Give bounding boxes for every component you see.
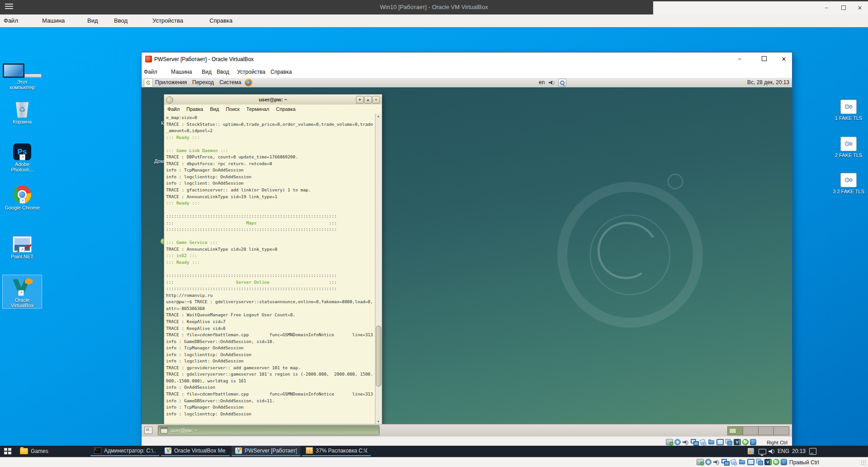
desktop-icon-chrome[interactable]: ↗Google Chrome	[3, 183, 42, 210]
recording-icon[interactable]	[734, 439, 741, 445]
vm-menubar: ФайлМашинаВидВводУстройстваСправка	[142, 66, 792, 78]
debian-menu-icon[interactable]	[144, 78, 153, 87]
scroll-up-icon[interactable]: ▲	[375, 114, 381, 119]
windows-icon[interactable]	[756, 459, 763, 465]
windows-icon[interactable]	[725, 439, 732, 445]
clock[interactable]: 20:13	[792, 446, 806, 457]
show-desktop-icon[interactable]	[144, 427, 152, 434]
terminal-maximize-button[interactable]: ▴	[364, 96, 372, 104]
gnome-menu-3[interactable]: Система	[219, 78, 241, 87]
vm-menu-1[interactable]: Файл	[144, 66, 157, 78]
host-minimize-button[interactable]: −	[820, 3, 833, 13]
terminal-menu-5[interactable]: Терминал	[247, 106, 270, 112]
taskbar-button-4[interactable]: VPWServer [Работает] ...	[232, 446, 300, 456]
resize-grip[interactable]	[861, 460, 866, 466]
desktop-icon-virtualbox[interactable]: ↗Oracle VirtualBox	[3, 275, 42, 308]
scrollbar-thumb[interactable]	[376, 326, 381, 386]
volume-icon[interactable]	[549, 80, 555, 86]
keyboard-capture-icon[interactable]	[781, 459, 787, 465]
keyboard-capture-icon[interactable]	[750, 439, 756, 445]
vm-close-button[interactable]: ✕	[778, 53, 790, 65]
terminal-menu-4[interactable]: Поиск	[226, 106, 239, 112]
shared-folder-icon[interactable]	[739, 459, 746, 465]
host-menu-1[interactable]: Файл	[4, 14, 18, 27]
host-maximize-button[interactable]	[837, 3, 850, 13]
desktop-icon-fake-tls[interactable]: ⚙⚙1 FAKE TLS	[829, 93, 868, 121]
terminal-minimize-button[interactable]: ▾	[356, 96, 364, 104]
hdd-icon[interactable]	[697, 459, 704, 465]
network-icon[interactable]	[691, 439, 698, 445]
host-menu-6[interactable]: Справка	[209, 14, 232, 27]
desktop-icon-computer[interactable]: Этот компьютер	[3, 57, 42, 90]
usb-icon[interactable]	[699, 439, 707, 445]
taskbar-button-3[interactable]: VOracle VirtualBox Ме...	[161, 446, 230, 456]
audio-icon[interactable]	[713, 459, 720, 465]
host-close-button[interactable]: ✕	[853, 3, 867, 13]
audio-icon[interactable]	[682, 439, 689, 445]
network-tray-icon[interactable]	[759, 449, 766, 454]
desktop-icon-photoshop[interactable]: Ps↗Adobe Photosh...	[3, 139, 42, 172]
mouse-integration-icon[interactable]	[773, 459, 779, 465]
linux-desktop-icon-label[interactable]: Дом	[154, 158, 164, 164]
desktop-icon-fake-tls[interactable]: ⚙⚙2 FAKE TLS	[829, 130, 868, 158]
workspace-4[interactable]	[773, 426, 789, 435]
vm-menu-6[interactable]: Справка	[270, 66, 292, 78]
terminal-scrollbar[interactable]: ▲ ▼	[375, 114, 381, 424]
cd-icon[interactable]	[674, 439, 681, 445]
workspace-2[interactable]	[743, 426, 759, 435]
start-button[interactable]	[4, 448, 11, 455]
workspace-3[interactable]	[758, 426, 774, 435]
taskbar-button-1[interactable]: Games	[16, 446, 84, 456]
linux-desktop[interactable]: К Дом user@pw: ~ ▾ ▴ × ФайлПравкаВидПоис…	[142, 87, 792, 424]
mouse-integration-icon[interactable]	[742, 439, 749, 445]
gnome-menu-1[interactable]: Приложения	[155, 78, 187, 87]
host-titlebar[interactable]: Win10 [Работает] - Oracle VM VirtualBox …	[0, 0, 868, 14]
host-menu-4[interactable]: Ввод	[114, 14, 128, 27]
recording-icon[interactable]	[764, 459, 772, 465]
vm-menu-5[interactable]: Устройства	[237, 66, 266, 78]
vm-minimize-button[interactable]: −	[733, 53, 746, 65]
host-menu-3[interactable]: Вид	[87, 14, 98, 27]
desktop-icon-fake-tls[interactable]: ⚙⚙3 2 FAKE TLS	[829, 167, 868, 194]
panel-clock[interactable]: Вс, 28 дек, 20:13	[747, 78, 789, 87]
vm-menu-2[interactable]: Машина	[171, 66, 192, 78]
firefox-icon[interactable]	[245, 79, 252, 86]
host-menu-2[interactable]: Машина	[42, 14, 65, 27]
terminal-close-button[interactable]: ×	[372, 96, 380, 104]
terminal-titlebar[interactable]: user@pw: ~ ▾ ▴ ×	[164, 95, 382, 105]
taskbar-button-2[interactable]: Администратор: C:\...	[90, 446, 159, 456]
vm-titlebar[interactable]: PWServer [Работает] - Oracle VirtualBox …	[142, 52, 792, 66]
virtualbox-tray-icon[interactable]	[748, 448, 754, 454]
cd-icon[interactable]	[705, 459, 711, 465]
terminal-menu-2[interactable]: Правка	[186, 106, 203, 112]
shared-folder-icon[interactable]	[708, 439, 715, 445]
terminal-content[interactable]: o_map:size=0TRACE : StockStatus:: uptime…	[164, 114, 382, 424]
host-menu-5[interactable]: Устройства	[152, 14, 183, 27]
taskbar-button-5[interactable]: 37% Распаковка C:\G...	[302, 446, 371, 456]
desktop-icon-label: 3 2 FAKE TLS	[833, 189, 864, 194]
desktop-icon-recycle[interactable]: ♻Корзина	[3, 97, 42, 124]
vm-maximize-button[interactable]	[758, 53, 770, 65]
terminal-menu-6[interactable]: Справка	[276, 106, 295, 112]
terminal-window-menu-button[interactable]	[166, 96, 173, 104]
hdd-icon[interactable]	[666, 439, 673, 445]
display-icon[interactable]	[747, 459, 754, 465]
usb-icon[interactable]	[730, 459, 737, 465]
keyboard-layout-indicator[interactable]: en	[539, 78, 545, 87]
language-indicator[interactable]: ENG	[778, 446, 789, 457]
vm-menu-3[interactable]: Вид	[202, 66, 212, 78]
windows-desktop[interactable]: Этот компьютер♻КорзинаPs↗Adobe Photosh..…	[0, 27, 868, 446]
gnome-menu-2[interactable]: Переход	[192, 78, 214, 87]
taskbar-window-button[interactable]: user@pw: ~	[158, 425, 379, 435]
desktop-icon-paintnet[interactable]: ↗Paint.NET	[3, 232, 42, 259]
scroll-down-icon[interactable]: ▼	[375, 419, 381, 424]
terminal-menu-3[interactable]: Вид	[210, 106, 219, 112]
display-icon[interactable]	[716, 439, 724, 445]
terminal-menu-1[interactable]: Файл	[167, 106, 180, 112]
action-center-icon[interactable]	[809, 448, 816, 455]
network-icon[interactable]	[721, 459, 729, 465]
volume-tray-icon[interactable]	[768, 448, 775, 454]
vm-menu-4[interactable]: Ввод	[217, 66, 229, 78]
workspace-1[interactable]	[727, 426, 743, 435]
magnifier-tray-icon[interactable]	[558, 79, 566, 87]
